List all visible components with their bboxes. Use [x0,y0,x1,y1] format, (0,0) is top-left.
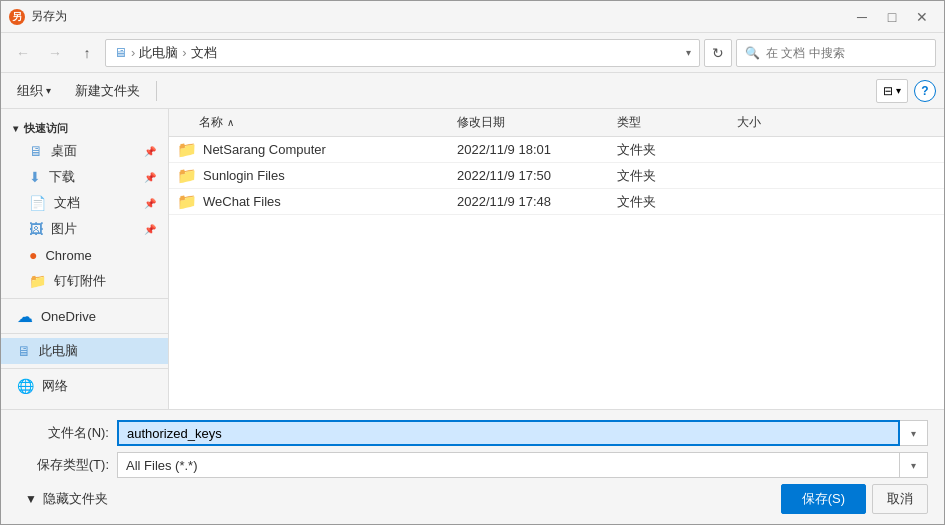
search-input[interactable] [766,46,927,60]
filetype-row: 保存类型(T): All Files (*.*) ▾ [17,452,928,478]
footer-row: ▼ 隐藏文件夹 保存(S) 取消 [17,484,928,514]
file-name-cell: 📁 Sunlogin Files [169,166,449,185]
pictures-pin: 📌 [144,224,156,235]
sidebar-item-desktop-label: 桌面 [51,142,77,160]
maximize-button[interactable]: □ [878,7,906,27]
action-buttons: 保存(S) 取消 [781,484,928,514]
dialog-title: 另存为 [31,8,848,25]
column-date-header[interactable]: 修改日期 [449,114,609,131]
sidebar-divider-1 [1,298,168,299]
organize-label: 组织 [17,82,43,100]
search-box[interactable]: 🔍 [736,39,936,67]
sidebar-item-thispc[interactable]: 🖥 此电脑 [1,338,168,364]
sidebar-item-thispc-label: 此电脑 [39,342,78,360]
back-button[interactable]: ← [9,39,37,67]
organize-dropdown-icon: ▾ [46,85,51,96]
sidebar-item-onedrive[interactable]: ☁ OneDrive [1,303,168,329]
sidebar-item-documents[interactable]: 📄 文档 📌 [1,190,168,216]
sidebar-item-network-label: 网络 [42,377,68,395]
filetype-label: 保存类型(T): [17,456,117,474]
sidebar-divider-2 [1,333,168,334]
toolbar: 组织 ▾ 新建文件夹 ⊟ ▾ ? [1,73,944,109]
chrome-icon: ● [29,247,37,263]
sidebar-item-downloads[interactable]: ⬇ 下载 📌 [1,164,168,190]
folder-icon: 📁 [177,140,197,159]
address-bar[interactable]: 🖥 › 此电脑 › 文档 ▾ [105,39,700,67]
save-as-dialog: 另 另存为 ─ □ ✕ ← → ↑ 🖥 › 此电脑 › 文档 ▾ ↻ 🔍 组织 … [0,0,945,525]
sidebar-item-documents-label: 文档 [54,194,80,212]
sidebar: ▾ 快速访问 🖥 桌面 📌 ⬇ 下载 📌 📄 文档 📌 🖼 图片 � [1,109,169,409]
address-path-documents: 文档 [191,44,217,62]
hide-folders-label: 隐藏文件夹 [43,490,108,508]
refresh-button[interactable]: ↻ [704,39,732,67]
quick-access-label: ▾ 快速访问 [1,117,168,138]
sidebar-item-dingding[interactable]: 📁 钉钉附件 [1,268,168,294]
save-button[interactable]: 保存(S) [781,484,866,514]
sidebar-item-desktop[interactable]: 🖥 桌面 📌 [1,138,168,164]
filetype-dropdown-arrow[interactable]: ▾ [900,452,928,478]
filename-input-wrapper: ▾ [117,420,928,446]
sidebar-item-network[interactable]: 🌐 网络 [1,373,168,399]
column-type-header[interactable]: 类型 [609,114,729,131]
filetype-input-wrapper: All Files (*.*) ▾ [117,452,928,478]
forward-button[interactable]: → [41,39,69,67]
table-row[interactable]: 📁 Sunlogin Files 2022/11/9 17:50 文件夹 [169,163,944,189]
sidebar-divider-3 [1,368,168,369]
documents-icon: 📄 [29,195,46,211]
file-name: Sunlogin Files [203,168,285,183]
sort-arrow: ∧ [227,117,234,128]
dialog-icon: 另 [9,9,25,25]
pictures-icon: 🖼 [29,221,43,237]
new-folder-button[interactable]: 新建文件夹 [67,78,148,104]
toolbar-separator [156,81,157,101]
column-size-header[interactable]: 大小 [729,114,829,131]
file-list-header: 名称 ∧ 修改日期 类型 大小 [169,109,944,137]
organize-button[interactable]: 组织 ▾ [9,78,59,104]
desktop-pin: 📌 [144,146,156,157]
filename-dropdown-arrow[interactable]: ▾ [900,420,928,446]
folder-icon: 📁 [177,166,197,185]
quick-access-arrow: ▾ [13,123,18,134]
close-button[interactable]: ✕ [908,7,936,27]
filetype-select[interactable]: All Files (*.*) [117,452,900,478]
address-path-computer: 此电脑 [139,44,178,62]
file-name-cell: 📁 NetSarang Computer [169,140,449,159]
main-content: ▾ 快速访问 🖥 桌面 📌 ⬇ 下载 📌 📄 文档 📌 🖼 图片 � [1,109,944,409]
bottom-section: 文件名(N): ▾ 保存类型(T): All Files (*.*) ▾ ▼ 隐… [1,409,944,524]
folder-icon: 📁 [177,192,197,211]
downloads-pin: 📌 [144,172,156,183]
minimize-button[interactable]: ─ [848,7,876,27]
cancel-button[interactable]: 取消 [872,484,928,514]
view-button[interactable]: ⊟ ▾ [876,79,908,103]
filename-input[interactable] [117,420,900,446]
hide-folders-arrow: ▼ [25,492,37,506]
help-button[interactable]: ? [914,80,936,102]
view-icon: ⊟ [883,84,893,98]
new-folder-label: 新建文件夹 [75,82,140,100]
file-name-cell: 📁 WeChat Files [169,192,449,211]
sidebar-item-pictures-label: 图片 [51,220,77,238]
file-date-cell: 2022/11/9 18:01 [449,142,609,157]
desktop-icon: 🖥 [29,143,43,159]
view-dropdown-icon: ▾ [896,85,901,96]
filename-label: 文件名(N): [17,424,117,442]
sidebar-item-chrome[interactable]: ● Chrome [1,242,168,268]
thispc-icon: 🖥 [17,343,31,359]
file-date-cell: 2022/11/9 17:50 [449,168,609,183]
onedrive-icon: ☁ [17,307,33,326]
file-name: WeChat Files [203,194,281,209]
documents-pin: 📌 [144,198,156,209]
title-bar: 另 另存为 ─ □ ✕ [1,1,944,33]
search-icon: 🔍 [745,46,760,60]
sidebar-item-onedrive-label: OneDrive [41,309,96,324]
table-row[interactable]: 📁 NetSarang Computer 2022/11/9 18:01 文件夹 [169,137,944,163]
address-dropdown-arrow[interactable]: ▾ [686,47,691,58]
sidebar-item-pictures[interactable]: 🖼 图片 📌 [1,216,168,242]
downloads-icon: ⬇ [29,169,41,185]
up-button[interactable]: ↑ [73,39,101,67]
file-name: NetSarang Computer [203,142,326,157]
hide-folders-button[interactable]: ▼ 隐藏文件夹 [17,486,116,512]
table-row[interactable]: 📁 WeChat Files 2022/11/9 17:48 文件夹 [169,189,944,215]
sidebar-item-dingding-label: 钉钉附件 [54,272,106,290]
column-name-header[interactable]: 名称 ∧ [169,114,449,131]
